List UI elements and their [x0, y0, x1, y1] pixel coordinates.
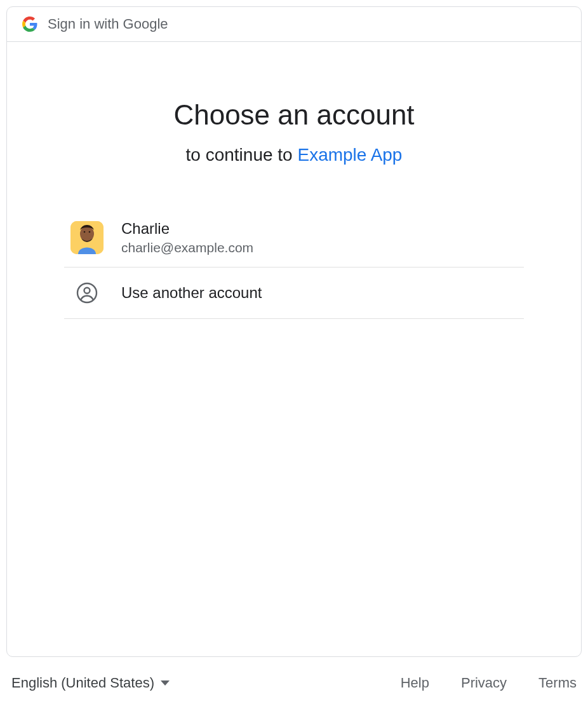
google-logo-icon: [22, 17, 37, 32]
privacy-link[interactable]: Privacy: [461, 675, 507, 691]
main-content: Choose an account to continue to Example…: [7, 42, 581, 656]
signin-card: Sign in with Google Choose an account to…: [6, 6, 582, 657]
use-another-account-option[interactable]: Use another account: [64, 267, 524, 319]
chevron-down-icon: [161, 680, 170, 686]
language-selector[interactable]: English (United States): [11, 675, 170, 691]
account-text: Charlie charlie@example.com: [121, 220, 253, 255]
page-title: Choose an account: [64, 99, 524, 131]
account-option[interactable]: Charlie charlie@example.com: [64, 210, 524, 267]
footer-links: Help Privacy Terms: [401, 675, 577, 691]
avatar: [70, 221, 104, 254]
person-circle-icon: [70, 281, 104, 304]
svg-point-6: [84, 288, 90, 294]
subtitle-prefix: to continue to: [186, 145, 298, 165]
use-another-label: Use another account: [121, 284, 262, 302]
svg-point-4: [89, 231, 91, 233]
terms-link[interactable]: Terms: [538, 675, 577, 691]
header-bar: Sign in with Google: [7, 7, 581, 42]
app-name-link[interactable]: Example App: [297, 145, 402, 165]
svg-point-2: [81, 226, 93, 239]
help-link[interactable]: Help: [401, 675, 429, 691]
account-name: Charlie: [121, 220, 253, 238]
account-email: charlie@example.com: [121, 240, 253, 255]
header-title: Sign in with Google: [48, 16, 168, 32]
footer: English (United States) Help Privacy Ter…: [6, 657, 582, 698]
language-label: English (United States): [11, 675, 154, 691]
account-list: Charlie charlie@example.com Use another …: [64, 210, 524, 319]
svg-point-3: [84, 231, 86, 233]
page-subtitle: to continue to Example App: [64, 145, 524, 165]
